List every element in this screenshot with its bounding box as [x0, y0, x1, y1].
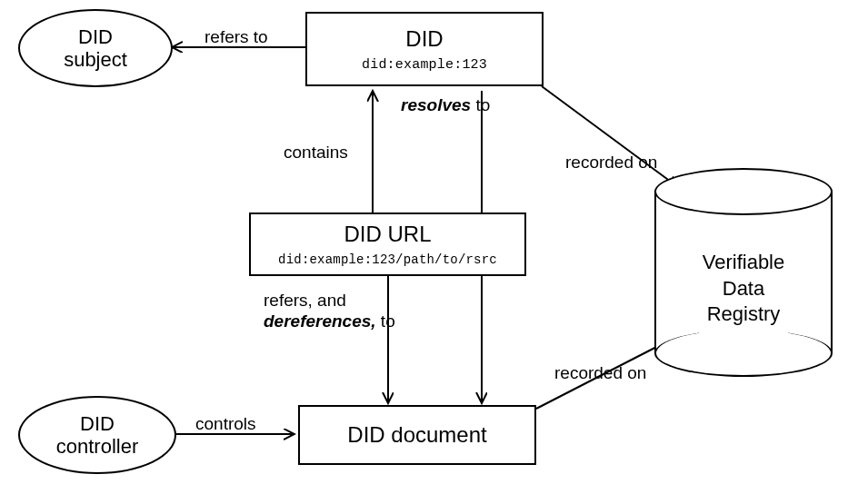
label-contains: contains [284, 143, 348, 163]
did-url-example: did:example:123/path/to/rsrc [278, 252, 497, 267]
label-recorded-on-2: recorded on [554, 363, 646, 384]
did-architecture-diagram: DID subject DID did:example:123 DID URL … [0, 0, 858, 504]
node-did-controller: DID controller [18, 396, 176, 474]
did-title: DID [405, 26, 443, 52]
vdr-line1: Verifiable [703, 251, 785, 273]
vdr-line2: Data [723, 277, 764, 300]
label-resolves-to: resolves to [401, 95, 490, 116]
node-did-url: DID URL did:example:123/path/to/rsrc [249, 212, 526, 276]
label-recorded-on-1: recorded on [565, 153, 657, 173]
label-controls: controls [195, 414, 256, 435]
did-controller-line1: DID [80, 412, 115, 435]
did-example: did:example:123 [362, 57, 487, 73]
label-refers-to: refers to [205, 27, 268, 48]
did-subject-line1: DID [78, 25, 113, 48]
node-did-subject: DID subject [18, 9, 173, 87]
node-did-document: DID document [298, 405, 536, 465]
node-verifiable-data-registry: Verifiable Data Registry [654, 168, 833, 377]
label-dereferences: refers, and dereferences, to [264, 291, 395, 332]
did-url-title: DID URL [344, 222, 431, 247]
did-subject-line2: subject [64, 48, 127, 71]
node-did: DID did:example:123 [305, 12, 544, 86]
vdr-line3: Registry [707, 302, 781, 325]
did-controller-line2: controller [56, 435, 138, 458]
did-document-title: DID document [347, 422, 486, 448]
